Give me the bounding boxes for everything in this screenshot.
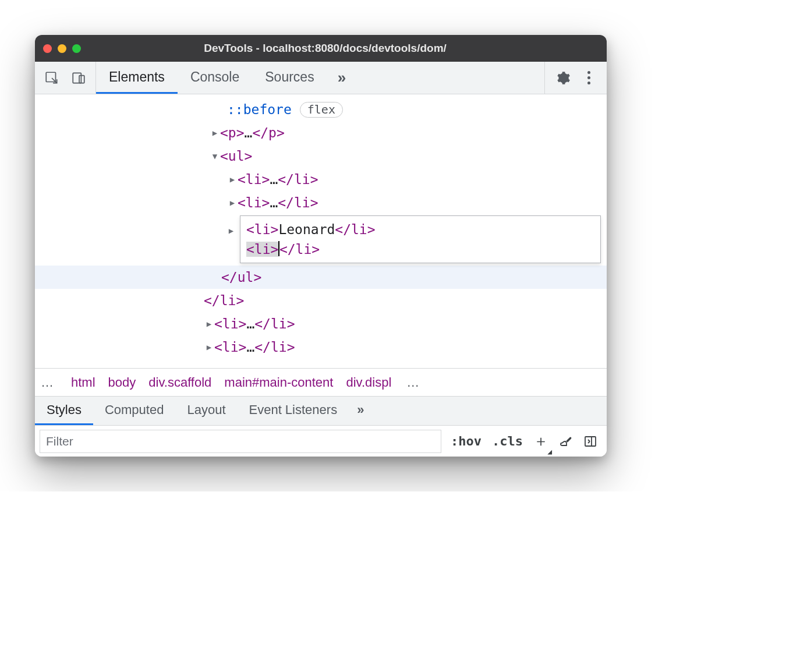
styles-filter-input[interactable]: Filter [40, 430, 441, 453]
node-li-close[interactable]: </li> [35, 289, 607, 312]
device-toolbar-icon[interactable] [70, 69, 87, 87]
edit-html-box[interactable]: <li>Leonard</li> <li></li> [240, 215, 601, 263]
chevron-down-icon: ◢ [547, 447, 552, 456]
dom-tree[interactable]: ::before flex <p>…</p> <ul> <li>…</li> <… [35, 94, 607, 368]
kebab-icon[interactable] [579, 68, 599, 88]
tab-styles[interactable]: Styles [35, 397, 93, 425]
edit-html-container: <li>Leonard</li> <li></li> [35, 214, 607, 266]
more-tabs-icon[interactable]: » [349, 397, 372, 425]
expand-caret-icon[interactable] [226, 219, 236, 242]
breadcrumb-item-html[interactable]: html [71, 375, 95, 390]
filter-placeholder: Filter [46, 434, 73, 448]
minimize-window-button[interactable] [58, 44, 66, 53]
toolbar-right [544, 62, 607, 94]
svg-rect-1 [73, 73, 81, 83]
toolbar-left [35, 62, 96, 94]
computed-styles-icon[interactable] [559, 434, 573, 448]
inspect-icon[interactable] [43, 69, 61, 87]
collapse-caret-icon[interactable] [210, 144, 220, 168]
new-style-rule-button[interactable]: ＋◢ [533, 431, 548, 451]
expand-caret-icon[interactable] [227, 191, 238, 214]
styles-panel-tabs: Styles Computed Layout Event Listeners » [35, 396, 607, 425]
flex-badge[interactable]: flex [300, 102, 343, 118]
toggle-classes-button[interactable]: .cls [492, 434, 523, 448]
tab-sources[interactable]: Sources [252, 62, 327, 94]
node-li[interactable]: <li>…</li> [35, 191, 607, 214]
toggle-sidebar-icon[interactable] [583, 434, 597, 448]
tab-computed[interactable]: Computed [93, 397, 176, 425]
traffic-lights [43, 44, 81, 53]
breadcrumb-item-body[interactable]: body [108, 375, 136, 390]
more-tabs-icon[interactable]: » [327, 62, 356, 94]
style-actions: :hov .cls ＋◢ [441, 431, 607, 451]
breadcrumb-trailing-ellipsis[interactable]: … [404, 375, 423, 390]
main-toolbar: Elements Console Sources » [35, 62, 607, 94]
breadcrumb-item-div-scaffold[interactable]: div.scaffold [148, 375, 211, 390]
gear-icon[interactable] [553, 68, 573, 88]
node-li[interactable]: <li>…</li> [35, 312, 607, 335]
tab-event-listeners[interactable]: Event Listeners [238, 397, 349, 425]
expand-caret-icon[interactable] [204, 312, 214, 335]
node-ul-close[interactable]: </ul> [35, 266, 607, 289]
panel-tabs: Elements Console Sources [96, 62, 327, 94]
svg-rect-3 [585, 437, 596, 446]
breadcrumb[interactable]: … html body div.scaffold main#main-conte… [35, 368, 607, 396]
expand-caret-icon[interactable] [204, 335, 214, 359]
titlebar: DevTools - localhost:8080/docs/devtools/… [35, 35, 607, 62]
node-li[interactable]: <li>…</li> [35, 335, 607, 359]
breadcrumb-item-div-displ[interactable]: div.displ [346, 375, 391, 390]
expand-caret-icon[interactable] [227, 168, 238, 191]
node-ul[interactable]: <ul> [35, 144, 607, 168]
close-window-button[interactable] [43, 44, 52, 53]
node-li[interactable]: <li>…</li> [35, 168, 607, 191]
breadcrumb-leading-ellipsis[interactable]: … [37, 375, 58, 390]
pseudo-before[interactable]: ::before flex [35, 98, 607, 121]
breadcrumb-item-main[interactable]: main#main-content [224, 375, 333, 390]
edit-line-2: <li></li> [246, 239, 594, 259]
edit-line-1: <li>Leonard</li> [246, 220, 594, 239]
tab-layout[interactable]: Layout [175, 397, 237, 425]
svg-rect-2 [79, 75, 84, 83]
node-p[interactable]: <p>…</p> [35, 121, 607, 144]
window-title: DevTools - localhost:8080/docs/devtools/… [87, 42, 564, 55]
tab-elements[interactable]: Elements [96, 62, 178, 94]
tab-console[interactable]: Console [178, 62, 252, 94]
styles-toolbar: Filter :hov .cls ＋◢ [35, 425, 607, 457]
expand-caret-icon[interactable] [210, 121, 220, 144]
zoom-window-button[interactable] [72, 44, 81, 53]
devtools-window: DevTools - localhost:8080/docs/devtools/… [35, 35, 607, 457]
toggle-hover-button[interactable]: :hov [451, 434, 482, 448]
